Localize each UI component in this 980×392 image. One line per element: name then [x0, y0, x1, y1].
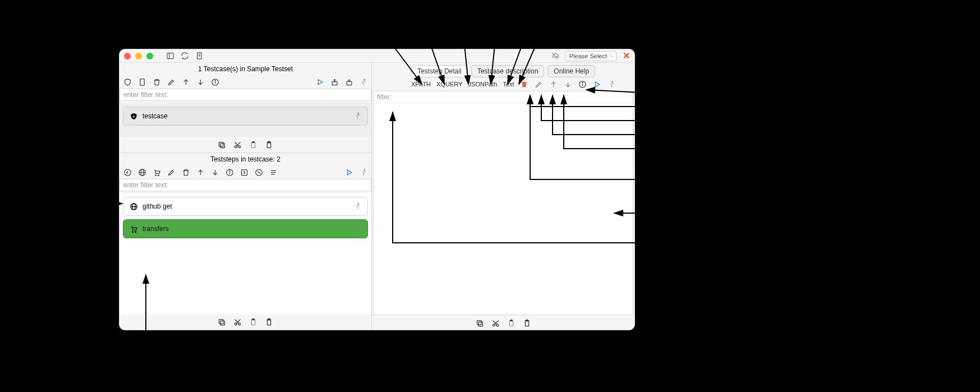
svg-point-34	[158, 174, 159, 176]
cart-icon[interactable]	[152, 168, 161, 177]
trash-icon[interactable]	[519, 80, 528, 89]
teststep-row-transfers[interactable]: transfers	[123, 219, 368, 238]
play-icon[interactable]	[315, 77, 324, 86]
minimize-window-button[interactable]	[135, 53, 142, 59]
back-icon[interactable]	[123, 168, 132, 177]
tab-testcase-description[interactable]: Testcase description	[471, 65, 545, 77]
svg-rect-6	[140, 79, 144, 85]
svg-marker-46	[347, 170, 352, 175]
info-icon[interactable]	[578, 80, 587, 89]
paste-icon[interactable]	[522, 319, 531, 328]
testcase-toolbar	[119, 75, 371, 89]
copy-icon[interactable]	[218, 317, 227, 326]
arrow-up-icon[interactable]	[181, 77, 190, 86]
transfer-list-area[interactable]	[374, 103, 633, 315]
clipboard-icon[interactable]	[249, 140, 258, 149]
type-xquery-button[interactable]: XQUERY	[436, 81, 462, 87]
edit-icon[interactable]	[167, 77, 176, 86]
edit-icon[interactable]	[534, 80, 543, 89]
close-icon[interactable]: ✕	[622, 52, 630, 60]
cut-icon[interactable]	[233, 140, 242, 149]
svg-rect-0	[167, 53, 173, 59]
teststep-clipboard-bar	[119, 314, 371, 330]
testcase-row[interactable]: testcase	[123, 107, 368, 126]
clipboard-icon[interactable]	[507, 319, 516, 328]
export-icon[interactable]	[330, 77, 339, 86]
paste-icon[interactable]	[265, 317, 274, 326]
globe-icon	[129, 202, 138, 211]
runner-icon[interactable]	[359, 168, 368, 177]
arrow-up-icon[interactable]	[549, 80, 558, 89]
play-icon[interactable]	[344, 168, 353, 177]
teststep-row-github[interactable]: github get	[123, 197, 368, 216]
sidebar-toggle-icon[interactable]	[165, 52, 174, 61]
svg-rect-80	[510, 320, 512, 321]
info-icon[interactable]	[210, 77, 219, 86]
box-arrow-icon[interactable]	[240, 168, 249, 177]
tab-online-help[interactable]: Online Help	[547, 65, 595, 77]
edit-icon[interactable]	[167, 168, 176, 177]
paste-icon[interactable]	[265, 140, 274, 149]
copy-icon[interactable]	[218, 140, 227, 149]
titlebar-right: Please Select ✕	[551, 51, 630, 61]
maximize-window-button[interactable]	[146, 53, 153, 59]
runner-icon[interactable]	[359, 77, 368, 86]
type-xpath-button[interactable]: XPATH	[411, 81, 431, 87]
svg-rect-55	[220, 321, 225, 325]
svg-point-51	[358, 202, 360, 204]
runner-icon[interactable]	[607, 80, 616, 89]
type-text-button[interactable]: Text	[503, 81, 514, 87]
runner-icon	[353, 202, 362, 211]
trash-icon[interactable]	[181, 168, 190, 177]
titlebar-left-icons	[165, 52, 204, 61]
arrow-up-icon[interactable]	[196, 168, 205, 177]
svg-point-53	[135, 231, 136, 232]
play-icon[interactable]	[592, 80, 601, 89]
svg-rect-62	[252, 319, 255, 320]
svg-marker-71	[595, 82, 600, 87]
shield-icon[interactable]	[123, 77, 132, 86]
titlebar: Please Select ✕	[119, 49, 634, 63]
teststep-toolbar	[119, 165, 371, 179]
right-panel: Teststep Detail Testcase description Onl…	[372, 63, 634, 330]
cut-icon[interactable]	[491, 319, 500, 328]
info-icon[interactable]	[225, 168, 234, 177]
type-jsonpath-button[interactable]: JSONPath	[468, 81, 497, 87]
testcase-filter-input[interactable]: enter filter text:	[119, 89, 371, 101]
svg-point-39	[229, 170, 229, 170]
globe-icon[interactable]	[137, 168, 146, 177]
right-tabs: Teststep Detail Testcase description Onl…	[372, 63, 634, 77]
list-icon[interactable]	[269, 168, 278, 177]
teststeps-title: Teststeps in testcase: 2	[119, 153, 371, 165]
clipboard-icon[interactable]	[249, 317, 258, 326]
svg-rect-26	[252, 141, 255, 143]
environment-select[interactable]: Please Select	[565, 51, 616, 61]
svg-rect-74	[477, 320, 481, 325]
document-icon[interactable]	[195, 52, 204, 61]
import-icon[interactable]	[344, 77, 353, 86]
svg-rect-65	[521, 82, 527, 82]
arrow-down-icon[interactable]	[196, 77, 205, 86]
right-filter-input[interactable]: filter:	[374, 91, 633, 103]
teststep-filter-input[interactable]: enter filter text:	[119, 179, 371, 191]
arrow-down-icon[interactable]	[210, 168, 219, 177]
svg-rect-56	[219, 319, 224, 324]
page-icon[interactable]	[137, 77, 146, 86]
svg-point-11	[214, 80, 215, 80]
copy-icon[interactable]	[475, 319, 484, 328]
svg-rect-73	[479, 322, 483, 326]
testcase-row-label: testcase	[142, 112, 168, 120]
close-window-button[interactable]	[124, 53, 131, 59]
svg-rect-20	[219, 142, 224, 146]
arrow-down-icon[interactable]	[563, 80, 572, 89]
testcase-clipboard-bar	[119, 137, 371, 153]
trash-icon[interactable]	[152, 77, 161, 86]
svg-rect-40	[241, 169, 247, 175]
cloud-off-icon[interactable]	[551, 52, 560, 61]
stop-icon[interactable]	[254, 168, 263, 177]
sync-icon[interactable]	[180, 52, 189, 61]
svg-marker-12	[318, 80, 323, 85]
tab-teststep-detail[interactable]: Teststep Detail	[411, 65, 468, 77]
cut-icon[interactable]	[233, 317, 242, 326]
testcases-title: 1 Testcase(s) in Sample Testset	[119, 63, 371, 75]
